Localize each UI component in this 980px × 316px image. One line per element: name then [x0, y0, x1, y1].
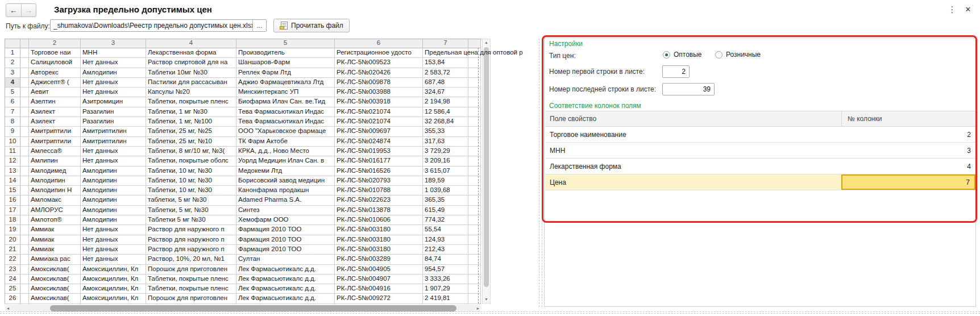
sheet-cell[interactable] — [468, 88, 481, 97]
sheet-cell[interactable]: Тева Фармасьютикал Индас — [236, 107, 335, 117]
close-icon[interactable]: ✕ — [963, 5, 973, 15]
sheet-cell[interactable] — [468, 255, 481, 264]
sheet-cell[interactable]: 324,67 — [423, 88, 468, 97]
read-file-button[interactable]: Прочитать файл — [273, 19, 350, 32]
scroll-up-icon[interactable]: ▲ — [483, 39, 490, 46]
sheet-cell[interactable]: Азелтин — [29, 97, 81, 107]
sheet-row-number[interactable]: 4 — [5, 78, 20, 88]
sheet-cell[interactable]: Таблетки, 10 мг, №30 — [146, 167, 236, 176]
sheet-cell[interactable]: Амоксициллин, Кл — [81, 275, 146, 284]
sheet-cell[interactable]: Порошок для приготовлен — [146, 265, 236, 275]
sheet-cell[interactable] — [468, 137, 481, 147]
sheet-row-number[interactable]: 24 — [5, 275, 20, 284]
sheet-cell[interactable]: 84,74 — [423, 255, 468, 264]
sheet-cell[interactable] — [20, 88, 29, 97]
sheet-cell[interactable]: 212,43 — [423, 245, 468, 255]
sheet-cell[interactable]: 12 586,4 — [423, 107, 468, 117]
sheet-cell[interactable]: Амлодипин — [81, 176, 146, 186]
mapping-field-cell[interactable]: Лекарственная форма — [545, 163, 841, 171]
sheet-cell[interactable]: РК-ЛС-5№003180 — [335, 245, 423, 255]
sheet-cell[interactable]: Нет данных — [81, 255, 146, 264]
sheet-cell[interactable]: таблетки, 5 мг №30 — [146, 196, 236, 205]
sheet-cell[interactable]: РК-ЛС-5№016177 — [335, 156, 423, 166]
mapping-row[interactable]: Цена7 — [545, 174, 975, 190]
sheet-column-header[interactable]: 6 — [335, 39, 423, 48]
mapping-column-cell[interactable]: 7 — [841, 174, 975, 190]
sheet-cell[interactable] — [20, 58, 29, 68]
sheet-cell[interactable]: Аевит — [29, 88, 81, 97]
sheet-cell[interactable]: РК-ЛС-5№003988 — [335, 88, 423, 97]
sheet-cell[interactable]: Амлодипин Н — [29, 186, 81, 196]
sheet-cell[interactable] — [20, 147, 29, 156]
sheet-cell[interactable]: 55,54 — [423, 225, 468, 235]
sheet-cell[interactable]: Порошок для приготовлен — [146, 294, 236, 303]
sheet-cell[interactable]: Фармация 2010 ТОО — [236, 235, 335, 245]
sheet-cell[interactable]: Таблетки, 10 мг, №30 — [146, 186, 236, 196]
sheet-cell[interactable]: 3 209,16 — [423, 156, 468, 166]
sheet-cell[interactable]: Салициловой — [29, 58, 81, 68]
sheet-cell[interactable] — [20, 137, 29, 147]
sheet-cell[interactable]: Нет данных — [81, 58, 146, 68]
sheet-cell[interactable]: Раствор для наружного п — [146, 245, 236, 255]
sheet-cell[interactable]: Биофарма Илач Сан. ве.Тид — [236, 97, 335, 107]
sheet-cell[interactable]: Таблетки, 5 мг, №30 — [146, 206, 236, 215]
horizontal-scroll-thumb[interactable] — [50, 305, 456, 311]
sheet-cell[interactable]: Таблетки, 10 мг, №30 — [146, 176, 236, 186]
sheet-row-number[interactable]: 1 — [5, 48, 20, 58]
sheet-cell[interactable] — [468, 235, 481, 245]
sheet-cell[interactable]: Амлотоп® — [29, 215, 81, 225]
sheet-cell[interactable]: 615,49 — [423, 206, 468, 215]
sheet-cell[interactable]: 1 907,29 — [423, 284, 468, 294]
sheet-cell[interactable]: Adamed Pharma S.A. — [236, 196, 335, 205]
sheet-cell[interactable]: Тева Фармасьютикал Индас — [236, 117, 335, 127]
sheet-cell[interactable]: РК-ЛС-5№021074 — [335, 107, 423, 117]
sheet-cell[interactable]: Амитриптили — [29, 127, 81, 136]
sheet-column-header[interactable]: 2 — [29, 39, 81, 48]
vertical-scrollbar[interactable]: ▲ ▼ — [482, 39, 491, 303]
sheet-cell[interactable]: Таблетки, 8 мг/10 мг, №3( — [146, 147, 236, 156]
file-path-input[interactable]: _shumakova\Downloads\Реестр предельно до… — [51, 20, 252, 31]
sheet-cell[interactable]: Амоксиклав( — [29, 265, 81, 275]
sheet-cell[interactable]: Аммиак — [29, 245, 81, 255]
sheet-cell[interactable]: Хемофарм ООО — [236, 215, 335, 225]
sheet-column-header[interactable]: 3 — [81, 39, 146, 48]
sheet-cell[interactable] — [468, 265, 481, 275]
sheet-cell[interactable] — [468, 107, 481, 117]
sheet-cell[interactable]: Аджисепт® ( — [29, 78, 81, 88]
sheet-cell[interactable]: Амлодипин — [81, 186, 146, 196]
sheet-cell[interactable]: Нет данных — [81, 235, 146, 245]
sheet-cell[interactable]: Амлодипин — [81, 68, 146, 78]
sheet-cell[interactable] — [468, 245, 481, 255]
sheet-cell[interactable] — [20, 186, 29, 196]
sheet-cell[interactable]: Раствор, 10%, 20 мл, №1 — [146, 255, 236, 264]
sheet-cell[interactable] — [468, 117, 481, 127]
sheet-cell[interactable] — [20, 68, 29, 78]
mapping-header-column[interactable]: № колонки — [841, 111, 975, 126]
more-menu-icon[interactable]: ⋮ — [947, 5, 957, 15]
sheet-cell[interactable]: Авторекс — [29, 68, 81, 78]
sheet-cell[interactable]: Нет данных — [81, 78, 146, 88]
sheet-cell[interactable]: Аммиака рас — [29, 255, 81, 264]
last-row-input[interactable]: 39 — [662, 83, 715, 95]
sheet-cell[interactable]: ТК Фарм Актобе — [236, 137, 335, 147]
sheet-cell[interactable]: Нет данных — [81, 225, 146, 235]
radio-retail[interactable]: Розничные — [715, 51, 761, 59]
sheet-row-number[interactable]: 26 — [5, 294, 20, 303]
sheet-cell[interactable]: РК-ЛС-5№010788 — [335, 186, 423, 196]
forward-button[interactable]: → — [21, 4, 36, 16]
sheet-cell[interactable]: Синтез — [236, 206, 335, 215]
sheet-cell[interactable]: Таблетки, 1 мг, №100 — [146, 117, 236, 127]
sheet-row-number[interactable]: 7 — [5, 107, 20, 117]
sheet-cell[interactable]: Таблетки, 25 мг, №25 — [146, 127, 236, 136]
sheet-cell[interactable]: КРКА, д.д., Ново Место — [236, 147, 335, 156]
sheet-cell[interactable]: Раствор спиртовой для на — [146, 58, 236, 68]
vertical-scroll-thumb[interactable] — [484, 47, 489, 287]
sheet-cell[interactable] — [468, 196, 481, 205]
sheet-cell[interactable]: Таблетки 10мг №30 — [146, 68, 236, 78]
sheet-cell[interactable] — [468, 127, 481, 136]
sheet-cell[interactable] — [20, 107, 29, 117]
sheet-row-number[interactable]: 2 — [5, 58, 20, 68]
sheet-cell[interactable] — [468, 58, 481, 68]
sheet-cell[interactable]: Амитриптилин — [81, 127, 146, 136]
sheet-cell[interactable]: Таблетки, 25 мг, №10 — [146, 137, 236, 147]
